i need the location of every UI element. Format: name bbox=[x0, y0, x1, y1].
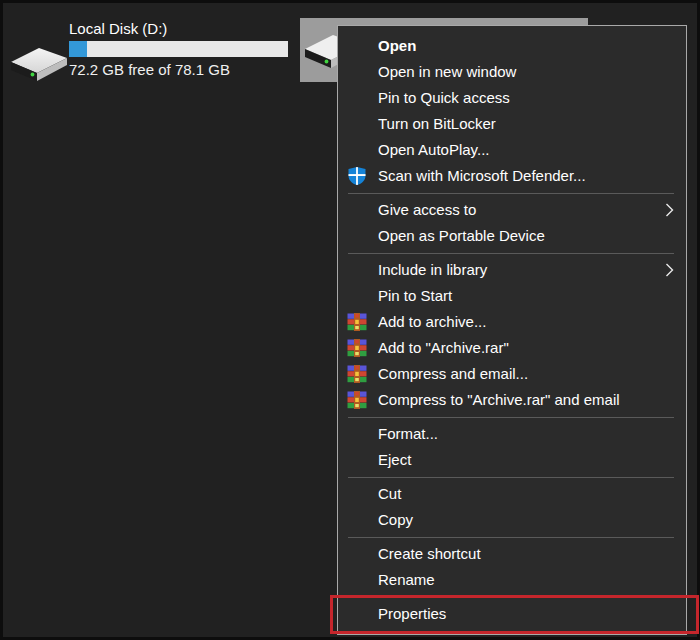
menu-item-label: Copy bbox=[378, 511, 413, 528]
menu-item-pin-to-start[interactable]: Pin to Start bbox=[338, 283, 686, 309]
menu-item-properties[interactable]: Properties bbox=[338, 601, 686, 627]
drive-free-space-text: 72.2 GB free of 78.1 GB bbox=[69, 61, 230, 78]
menu-item-open[interactable]: Open bbox=[338, 33, 686, 59]
menu-item-add-to-archive-rar[interactable]: Add to "Archive.rar" bbox=[338, 335, 686, 361]
menu-item-open-autoplay[interactable]: Open AutoPlay... bbox=[338, 137, 686, 163]
menu-item-cut[interactable]: Cut bbox=[338, 481, 686, 507]
menu-separator bbox=[348, 253, 674, 254]
menu-item-include-in-library[interactable]: Include in library bbox=[338, 257, 686, 283]
menu-item-label: Include in library bbox=[378, 261, 487, 278]
drive-capacity-bar bbox=[69, 41, 288, 57]
menu-item-turn-on-bitlocker[interactable]: Turn on BitLocker bbox=[338, 111, 686, 137]
menu-item-create-shortcut[interactable]: Create shortcut bbox=[338, 541, 686, 567]
menu-item-label: Compress and email... bbox=[378, 365, 528, 382]
menu-item-label: Scan with Microsoft Defender... bbox=[378, 167, 586, 184]
menu-item-scan-with-microsoft-defender[interactable]: Scan with Microsoft Defender... bbox=[338, 163, 686, 189]
hard-drive-icon bbox=[8, 40, 70, 86]
menu-separator bbox=[348, 417, 674, 418]
menu-item-label: Cut bbox=[378, 485, 401, 502]
menu-item-label: Add to "Archive.rar" bbox=[378, 339, 509, 356]
menu-item-label: Open AutoPlay... bbox=[378, 141, 489, 158]
menu-item-eject[interactable]: Eject bbox=[338, 447, 686, 473]
menu-item-label: Open in new window bbox=[378, 63, 516, 80]
menu-item-add-to-archive[interactable]: Add to archive... bbox=[338, 309, 686, 335]
winrar-icon bbox=[347, 391, 367, 410]
menu-item-compress-and-email[interactable]: Compress and email... bbox=[338, 361, 686, 387]
drive-capacity-bar-fill bbox=[69, 41, 87, 57]
menu-item-label: Give access to bbox=[378, 201, 476, 218]
menu-item-label: Open as Portable Device bbox=[378, 227, 545, 244]
menu-separator bbox=[348, 537, 674, 538]
submenu-arrow-icon bbox=[665, 263, 674, 277]
menu-item-open-as-portable-device[interactable]: Open as Portable Device bbox=[338, 223, 686, 249]
menu-item-label: Compress to "Archive.rar" and email bbox=[378, 391, 620, 408]
menu-item-label: Turn on BitLocker bbox=[378, 115, 496, 132]
menu-separator bbox=[348, 193, 674, 194]
menu-item-format[interactable]: Format... bbox=[338, 421, 686, 447]
menu-item-label: Properties bbox=[378, 605, 446, 622]
menu-item-pin-to-quick-access[interactable]: Pin to Quick access bbox=[338, 85, 686, 111]
desktop-explorer-area: Local Disk (D:) 72.2 GB free of 78.1 GB … bbox=[0, 0, 700, 640]
submenu-arrow-icon bbox=[665, 203, 674, 217]
menu-separator bbox=[348, 477, 674, 478]
menu-item-label: Create shortcut bbox=[378, 545, 481, 562]
menu-item-copy[interactable]: Copy bbox=[338, 507, 686, 533]
context-menu: OpenOpen in new windowPin to Quick acces… bbox=[337, 25, 687, 635]
menu-separator bbox=[348, 597, 674, 598]
menu-item-label: Eject bbox=[378, 451, 411, 468]
menu-item-rename[interactable]: Rename bbox=[338, 567, 686, 593]
menu-item-compress-to-archive-rar-and-email[interactable]: Compress to "Archive.rar" and email bbox=[338, 387, 686, 413]
menu-item-label: Open bbox=[378, 37, 416, 54]
winrar-icon bbox=[347, 313, 367, 332]
menu-item-give-access-to[interactable]: Give access to bbox=[338, 197, 686, 223]
winrar-icon bbox=[347, 365, 367, 384]
drive-label: Local Disk (D:) bbox=[69, 20, 167, 37]
menu-item-open-in-new-window[interactable]: Open in new window bbox=[338, 59, 686, 85]
menu-item-label: Rename bbox=[378, 571, 435, 588]
menu-item-label: Pin to Start bbox=[378, 287, 452, 304]
menu-item-label: Add to archive... bbox=[378, 313, 486, 330]
winrar-icon bbox=[347, 339, 367, 358]
defender-icon bbox=[347, 167, 367, 186]
menu-item-label: Pin to Quick access bbox=[378, 89, 510, 106]
drive-tile-local-disk-d[interactable]: Local Disk (D:) 72.2 GB free of 78.1 GB bbox=[8, 18, 296, 84]
menu-item-label: Format... bbox=[378, 425, 438, 442]
